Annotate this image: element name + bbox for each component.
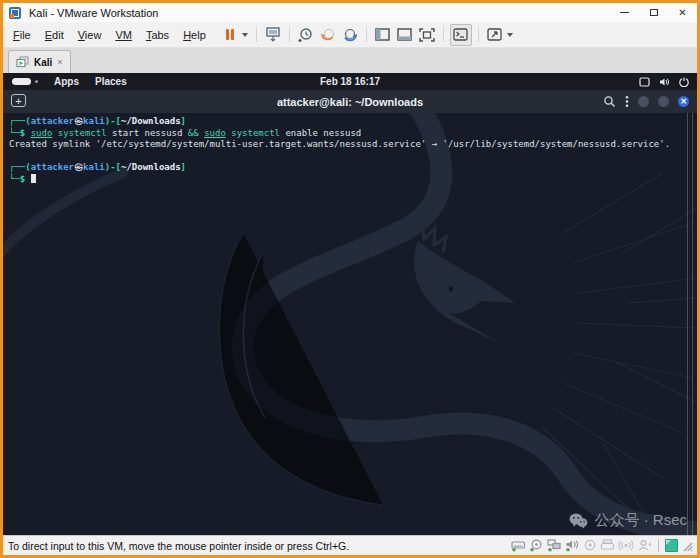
workspaces-icon[interactable] (639, 77, 650, 87)
kali-menu-icon[interactable] (12, 78, 31, 85)
toolbar-separator (256, 27, 257, 42)
terminal-cursor (31, 174, 36, 183)
terminal-line (9, 151, 687, 163)
tab-close-icon[interactable]: × (57, 58, 62, 67)
maximize-icon (650, 9, 658, 16)
usb-icon[interactable] (583, 539, 597, 552)
hard-disk-icon[interactable] (511, 539, 526, 552)
toolbar-separator (289, 27, 290, 42)
library-panel-icon (375, 28, 391, 42)
sound-icon[interactable] (565, 539, 580, 552)
close-icon: ✕ (678, 8, 686, 18)
tab-kali[interactable]: Kali × (8, 50, 71, 73)
panel-menu-apps[interactable]: Apps (54, 76, 79, 87)
panel-tray (639, 73, 689, 90)
terminal-line: └─$ sudo systemctl start nessusd && sudo… (9, 128, 687, 140)
maximize-button[interactable] (639, 3, 668, 22)
tab-label: Kali (34, 57, 52, 68)
window-title: Kali - VMware Workstation (29, 7, 158, 19)
kali-menu-dot-icon (35, 80, 38, 83)
terminal-line: Created symlink '/etc/systemd/system/mul… (9, 139, 687, 151)
toolbar-separator (478, 27, 479, 42)
terminal-close-icon: ✕ (680, 98, 687, 106)
power-icon[interactable] (679, 77, 689, 87)
vmware-logo-icon (9, 7, 21, 19)
terminal-scrollbar[interactable] (687, 113, 693, 536)
terminal-body[interactable]: ┌──(attacker㉿kali)-[~/Downloads]└─$ sudo… (3, 113, 697, 536)
enter-fullscreen-button[interactable] (417, 25, 437, 45)
printer-icon[interactable] (600, 539, 615, 552)
toolbar-separator (366, 27, 367, 42)
headset-icon[interactable] (637, 539, 652, 552)
show-thumbnail-bar-button[interactable] (395, 25, 415, 45)
menu-view[interactable]: View (71, 29, 109, 41)
menu-vm[interactable]: VM (108, 29, 139, 41)
terminal-header-controls: ✕ (603, 90, 689, 113)
terminal-line: └─$ (9, 174, 687, 186)
show-library-button[interactable] (373, 25, 393, 45)
vm-running-icon (16, 56, 29, 68)
terminal-title: attacker@kali: ~/Downloads (277, 96, 423, 108)
search-icon[interactable] (603, 95, 616, 108)
menu-tabs[interactable]: Tabs (139, 29, 176, 41)
terminal-close-button[interactable]: ✕ (678, 96, 689, 107)
menu-dots-icon[interactable] (625, 95, 629, 108)
menu-help[interactable]: Help (176, 29, 213, 41)
menu-edit[interactable]: Edit (38, 29, 71, 41)
watermark: 公众号 · Rsec (569, 511, 687, 530)
device-status-row (511, 539, 693, 552)
watermark-text: 公众号 · Rsec (594, 511, 687, 530)
manage-snapshots-button[interactable] (340, 25, 360, 45)
status-bar: To direct input to this VM, move the mou… (3, 535, 697, 555)
toolbar (219, 24, 516, 46)
title-bar: Kali - VMware Workstation ✕ (3, 3, 697, 22)
panel-clock[interactable]: Feb 18 16:17 (320, 76, 380, 87)
minimize-button[interactable] (610, 3, 639, 22)
panel-menu-places[interactable]: Places (95, 76, 127, 87)
revert-snapshot-button[interactable] (318, 25, 338, 45)
take-snapshot-button[interactable] (296, 25, 316, 45)
tab-strip: Kali × (3, 48, 697, 73)
pause-dropdown-icon[interactable] (242, 33, 248, 37)
vmware-workstation-window: Kali - VMware Workstation ✕ FileEditView… (0, 0, 700, 558)
wechat-icon (569, 513, 588, 529)
status-message: To direct input to this VM, move the mou… (8, 540, 349, 552)
stretch-guest-button[interactable] (485, 25, 505, 45)
message-log-icon[interactable] (665, 539, 678, 552)
volume-icon[interactable] (659, 77, 670, 87)
terminal-maximize-button[interactable] (658, 96, 669, 107)
pause-button[interactable] (220, 25, 240, 45)
close-button[interactable]: ✕ (668, 3, 697, 22)
menu-bar: FileEditViewVMTabsHelp (3, 22, 697, 48)
terminal-line: ┌──(attacker㉿kali)-[~/Downloads] (9, 162, 687, 174)
console-icon (453, 28, 468, 41)
ctrl-alt-del-icon (265, 27, 281, 42)
terminal-minimize-button[interactable] (638, 96, 649, 107)
window-controls: ✕ (610, 3, 697, 22)
stretch-dropdown-icon[interactable] (507, 33, 513, 37)
pause-icon (226, 29, 234, 40)
network-icon[interactable] (547, 539, 562, 552)
thumbnail-bar-icon (397, 28, 413, 42)
statusbar-separator (658, 539, 659, 552)
vm-screen[interactable]: Apps Places Feb 18 16:17 + attacker@k (3, 73, 697, 536)
terminal-output: ┌──(attacker㉿kali)-[~/Downloads]└─$ sudo… (3, 113, 697, 185)
minimize-icon (620, 12, 629, 13)
terminal-header[interactable]: + attacker@kali: ~/Downloads ✕ (3, 90, 697, 113)
toolbar-separator (443, 27, 444, 42)
take-snapshot-icon (298, 27, 314, 43)
wireless-icon[interactable] (618, 539, 634, 552)
menu-file[interactable]: File (6, 29, 38, 41)
terminal-new-tab-button[interactable]: + (11, 94, 26, 107)
stretch-icon (487, 28, 502, 41)
revert-snapshot-icon (320, 27, 336, 43)
fullscreen-icon (419, 28, 435, 42)
console-view-button[interactable] (450, 24, 472, 46)
resize-grip[interactable] (681, 540, 693, 552)
cd-rom-icon[interactable] (529, 539, 544, 552)
manage-snapshots-icon (342, 27, 358, 43)
kali-top-panel: Apps Places Feb 18 16:17 (3, 73, 697, 90)
send-ctrl-alt-del-button[interactable] (263, 25, 283, 45)
terminal-line: ┌──(attacker㉿kali)-[~/Downloads] (9, 116, 687, 128)
